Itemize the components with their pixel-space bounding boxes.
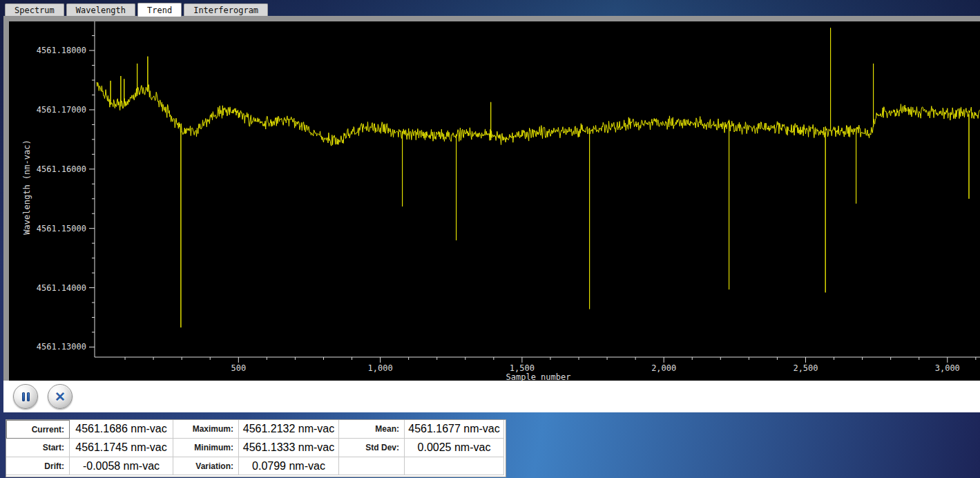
x-tick-label: 1,000 bbox=[368, 363, 393, 373]
y-tick-label: 4561.14000 bbox=[37, 283, 86, 293]
x-icon: ✕ bbox=[55, 390, 66, 403]
trend-trace bbox=[97, 28, 980, 327]
y-tick-label: 4561.17000 bbox=[37, 105, 86, 115]
tab-trend[interactable]: Trend bbox=[137, 3, 182, 17]
stat-drift-value: -0.0058 nm-vac bbox=[70, 457, 173, 475]
x-tick-label: 1,500 bbox=[510, 363, 535, 373]
stat-stddev-value: 0.0025 nm-vac bbox=[405, 439, 504, 457]
tab-spectrum[interactable]: Spectrum bbox=[5, 3, 64, 17]
stat-mean-label: Mean: bbox=[339, 420, 405, 439]
y-tick-label: 4561.13000 bbox=[37, 342, 86, 352]
stat-maximum-value: 4561.2132 nm-vac bbox=[239, 420, 339, 439]
stat-empty-label bbox=[339, 457, 405, 475]
x-tick-label: 2,500 bbox=[793, 363, 818, 373]
pause-icon bbox=[22, 392, 30, 401]
tab-interferogram[interactable]: Interferogram bbox=[184, 3, 268, 17]
stat-stddev-label: Std Dev: bbox=[339, 439, 405, 457]
tab-wavelength[interactable]: Wavelength bbox=[66, 3, 135, 17]
x-axis-title: Sample number bbox=[506, 372, 571, 381]
tab-bar: Spectrum Wavelength Trend Interferogram bbox=[5, 3, 268, 17]
trend-chart-canvas: 4561.130004561.140004561.150004561.16000… bbox=[9, 21, 980, 381]
stat-empty-value bbox=[405, 457, 504, 475]
close-button[interactable]: ✕ bbox=[48, 384, 73, 409]
x-tick-label: 2,000 bbox=[651, 363, 676, 373]
stats-table: Current: 4561.1686 nm-vac Maximum: 4561.… bbox=[6, 419, 506, 477]
y-axis-title: Wavelength (nm-vac) bbox=[22, 140, 32, 234]
stat-drift-label: Drift: bbox=[6, 457, 70, 475]
x-tick-label: 3,000 bbox=[935, 363, 960, 373]
stat-start-label: Start: bbox=[6, 439, 70, 457]
stat-variation-label: Variation: bbox=[173, 457, 239, 475]
chart-toolbar: ✕ bbox=[3, 381, 980, 412]
stat-variation-value: 0.0799 nm-vac bbox=[239, 457, 339, 475]
trend-chart-panel: 4561.130004561.140004561.150004561.16000… bbox=[3, 16, 980, 381]
stat-minimum-value: 4561.1333 nm-vac bbox=[239, 439, 339, 457]
stat-mean-value: 4561.1677 nm-vac bbox=[405, 420, 504, 439]
stat-minimum-label: Minimum: bbox=[173, 439, 239, 457]
pause-button[interactable] bbox=[13, 384, 38, 409]
trend-chart-svg: 4561.130004561.140004561.150004561.16000… bbox=[9, 21, 980, 381]
y-tick-label: 4561.16000 bbox=[37, 164, 86, 174]
stat-current-label[interactable]: Current: bbox=[6, 420, 70, 439]
stat-current-value: 4561.1686 nm-vac bbox=[70, 420, 173, 439]
app-window: Spectrum Wavelength Trend Interferogram … bbox=[0, 0, 980, 478]
y-tick-label: 4561.15000 bbox=[37, 224, 86, 233]
stat-maximum-label: Maximum: bbox=[173, 420, 239, 439]
y-tick-label: 4561.18000 bbox=[37, 46, 86, 55]
stat-start-value: 4561.1745 nm-vac bbox=[70, 439, 173, 457]
x-tick-label: 500 bbox=[231, 363, 246, 373]
